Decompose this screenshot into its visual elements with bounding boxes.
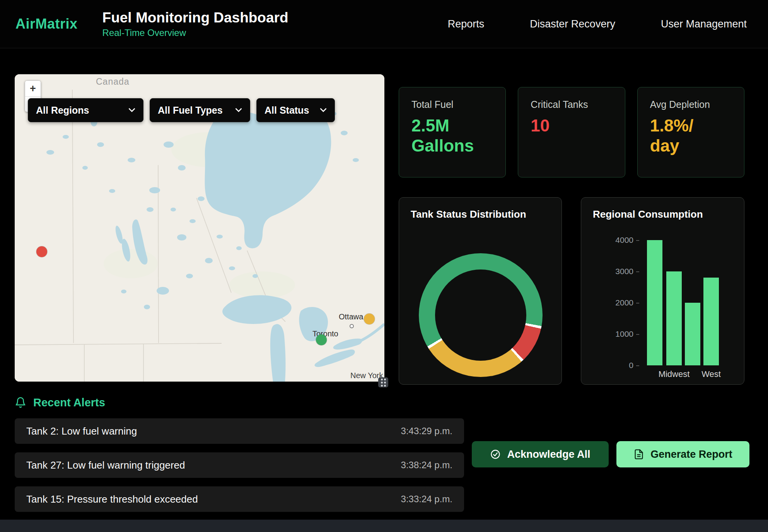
- map-panel[interactable]: Canada Ottawa Toronto New York + − All R…: [15, 74, 384, 382]
- bar-region-1: [647, 240, 662, 365]
- bar-region-west: [703, 278, 719, 365]
- stat-label: Total Fuel: [411, 99, 493, 110]
- map-label-ottawa: Ottawa: [339, 312, 363, 321]
- tank-status-card: Tank Status Distribution: [399, 197, 562, 385]
- map-filter-bar: All Regions All Fuel Types All Status: [28, 98, 335, 122]
- chevron-down-icon: [320, 108, 327, 113]
- dashboard-right-column: Total Fuel 2.5M Gallons Critical Tanks 1…: [399, 87, 744, 385]
- y-tick: 4000: [615, 235, 639, 245]
- donut-hole: [435, 269, 526, 361]
- alert-row: Tank 2: Low fuel warning 3:43:29 p.m.: [15, 418, 464, 444]
- chevron-down-icon: [128, 108, 135, 113]
- region-filter-value: All Regions: [36, 105, 89, 116]
- bar-region-3: [685, 303, 700, 365]
- tank-marker-normal[interactable]: [316, 334, 327, 345]
- tank-status-donut: [419, 253, 543, 377]
- main-content: Canada Ottawa Toronto New York + − All R…: [15, 74, 744, 385]
- stat-card-total-fuel: Total Fuel 2.5M Gallons: [399, 87, 506, 177]
- stat-label: Critical Tanks: [531, 99, 612, 110]
- chart-title: Tank Status Distribution: [411, 208, 550, 220]
- app-header: AirMatrix Fuel Monitoring Dashboard Real…: [0, 0, 768, 48]
- stat-card-critical-tanks: Critical Tanks 10: [518, 87, 625, 177]
- x-label: Midwest: [659, 369, 690, 379]
- bar-chart-plot: [647, 240, 733, 365]
- alert-message: Tank 2: Low fuel warning: [26, 425, 137, 437]
- chart-title: Regional Consumption: [593, 208, 732, 220]
- nav-item-reports[interactable]: Reports: [448, 18, 485, 30]
- top-nav: Reports Disaster Recovery User Managemen…: [448, 18, 747, 30]
- y-tick: 1000: [615, 329, 639, 339]
- recent-alerts-section: Recent Alerts Tank 2: Low fuel warning 3…: [15, 394, 752, 512]
- tank-marker-warning[interactable]: [364, 314, 375, 324]
- charts-row: Tank Status Distribution Regional Consum…: [399, 197, 744, 385]
- y-tick: 3000: [615, 267, 639, 276]
- status-filter-select[interactable]: All Status: [256, 98, 335, 122]
- page-subtitle: Real-Time Overview: [102, 27, 288, 38]
- regional-consumption-card: Regional Consumption 4000 3000 2000 1000…: [581, 197, 744, 385]
- x-label: West: [701, 369, 721, 379]
- bar-chart-x-axis: Midwest West: [647, 369, 733, 381]
- alert-message: Tank 15: Pressure threshold exceeded: [26, 493, 198, 505]
- alert-time: 3:43:29 p.m.: [401, 426, 452, 437]
- nav-item-user-management[interactable]: User Management: [661, 18, 747, 30]
- stat-card-avg-depletion: Avg Depletion 1.8%/ day: [637, 87, 744, 177]
- map-resize-handle[interactable]: [378, 377, 388, 387]
- page-title: Fuel Monitoring Dashboard: [102, 10, 288, 26]
- alert-time: 3:33:24 p.m.: [401, 494, 452, 505]
- generate-report-button[interactable]: Generate Report: [616, 441, 749, 467]
- check-circle-icon: [490, 449, 501, 460]
- brand-logo[interactable]: AirMatrix: [15, 16, 78, 32]
- region-filter-select[interactable]: All Regions: [28, 98, 143, 122]
- alert-list: Tank 2: Low fuel warning 3:43:29 p.m. Ta…: [15, 418, 464, 512]
- y-tick: 0: [629, 361, 639, 370]
- alert-row: Tank 27: Low fuel warning triggered 3:38…: [15, 452, 464, 478]
- footer-strip: [0, 520, 768, 532]
- alerts-header: Recent Alerts: [15, 394, 752, 411]
- fuel-type-filter-value: All Fuel Types: [158, 105, 223, 116]
- document-icon: [633, 449, 644, 460]
- generate-report-label: Generate Report: [650, 448, 732, 460]
- map-label-canada: Canada: [96, 77, 130, 87]
- stat-value-avg-depletion: 1.8%/ day: [650, 116, 732, 156]
- fuel-type-filter-select[interactable]: All Fuel Types: [150, 98, 250, 122]
- chevron-down-icon: [235, 108, 242, 113]
- status-filter-value: All Status: [265, 105, 309, 116]
- bar-chart-y-axis: 4000 3000 2000 1000 0: [581, 240, 643, 365]
- tank-marker-critical[interactable]: [36, 246, 47, 257]
- bell-icon: [15, 397, 26, 408]
- title-block: Fuel Monitoring Dashboard Real-Time Over…: [102, 10, 288, 38]
- alert-time: 3:38:24 p.m.: [401, 460, 452, 471]
- acknowledge-all-button[interactable]: Acknowledge All: [472, 441, 609, 467]
- stat-value-total-fuel: 2.5M Gallons: [411, 116, 493, 156]
- alert-message: Tank 27: Low fuel warning triggered: [26, 459, 185, 471]
- ottawa-town-ring-icon: [350, 324, 354, 328]
- stat-value-critical-tanks: 10: [531, 116, 612, 136]
- stat-label: Avg Depletion: [650, 99, 732, 110]
- alert-row: Tank 15: Pressure threshold exceeded 3:3…: [15, 486, 464, 512]
- bar-region-midwest: [666, 271, 682, 365]
- alert-actions: Acknowledge All Generate Report: [472, 441, 749, 467]
- acknowledge-all-label: Acknowledge All: [507, 448, 590, 460]
- alerts-title: Recent Alerts: [33, 396, 105, 409]
- zoom-in-button[interactable]: +: [25, 81, 41, 96]
- stats-row: Total Fuel 2.5M Gallons Critical Tanks 1…: [399, 87, 744, 177]
- y-tick: 2000: [615, 298, 639, 307]
- nav-item-disaster-recovery[interactable]: Disaster Recovery: [530, 18, 615, 30]
